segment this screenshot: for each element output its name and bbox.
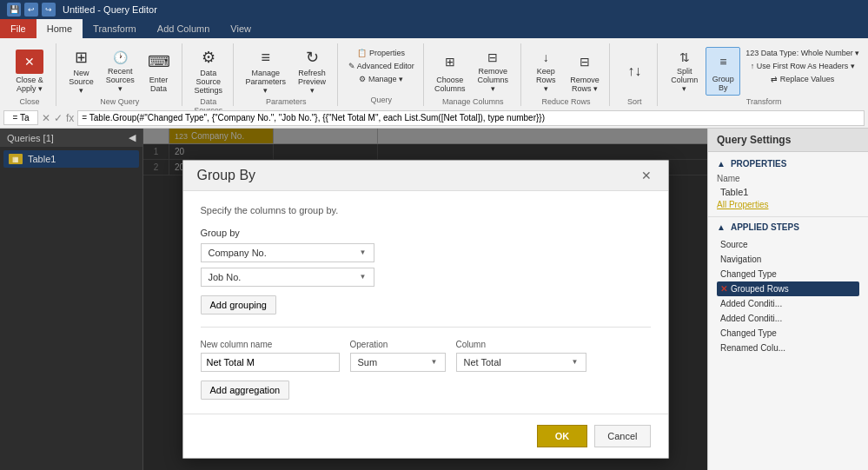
- properties-button[interactable]: 📋 Properties: [345, 47, 418, 59]
- new-source-label: NewSource ▾: [69, 69, 94, 95]
- column-dropdown[interactable]: Net Total ▼: [456, 353, 586, 372]
- group-by-icon: ≡: [711, 50, 735, 73]
- add-grouping-button[interactable]: Add grouping: [201, 295, 276, 314]
- cancel-button[interactable]: Cancel: [594, 425, 650, 447]
- modal-title-bar: Group By ✕: [183, 161, 668, 191]
- step-renamed-columns[interactable]: Renamed Colu...: [717, 341, 859, 355]
- step-changed-type-label: Changed Type: [720, 269, 777, 279]
- add-aggregation-button[interactable]: Add aggregation: [201, 381, 290, 400]
- all-properties-link[interactable]: All Properties: [717, 200, 768, 209]
- new-column-name-input[interactable]: [201, 353, 340, 372]
- use-first-row-button[interactable]: ↑ Use First Row As Headers ▾: [742, 60, 863, 72]
- step-changed-type-2-label: Changed Type: [720, 328, 777, 338]
- formula-check-icon[interactable]: ✕: [42, 112, 50, 124]
- manage-columns-label: Manage Columns: [442, 96, 504, 106]
- undo-icon[interactable]: ↩: [24, 3, 38, 17]
- tab-file[interactable]: File: [0, 19, 36, 38]
- close-apply-button[interactable]: ✕ Close & Apply ▾: [9, 47, 50, 96]
- app-title: Untitled - Query Editor: [63, 4, 157, 15]
- query-item-table1[interactable]: ▦ Table1: [3, 150, 139, 168]
- refresh-preview-label: RefreshPreview ▾: [297, 69, 326, 95]
- query-buttons: 📋 Properties ✎ Advanced Editor ⚙ Manage …: [345, 45, 418, 94]
- remove-columns-button[interactable]: ⊟ RemoveColumns ▾: [471, 47, 515, 96]
- replace-values-button[interactable]: ⇄ Replace Values: [742, 73, 863, 85]
- new-column-name-field: New column name: [201, 340, 340, 372]
- operation-dropdown[interactable]: Sum ▼: [350, 353, 446, 372]
- modal-divider: [201, 327, 651, 328]
- ribbon-tabs: File Home Transform Add Column View: [0, 19, 868, 38]
- group-by-label: GroupBy: [712, 75, 734, 92]
- properties-section-title: ▲ PROPERTIES: [717, 159, 859, 169]
- split-column-button[interactable]: ⇅ SplitColumn ▾: [665, 47, 704, 96]
- enter-data-button[interactable]: ⌨ EnterData: [142, 47, 176, 96]
- name-field-label: Name: [717, 174, 859, 183]
- step-changed-type-2[interactable]: Changed Type: [717, 326, 859, 341]
- remove-rows-button[interactable]: ⊟ RemoveRows ▾: [566, 47, 604, 96]
- keep-rows-label: KeepRows ▾: [533, 67, 559, 93]
- data-type-button[interactable]: 123 Data Type: Whole Number ▾: [742, 47, 863, 59]
- keep-rows-button[interactable]: ↓ KeepRows ▾: [528, 47, 564, 96]
- ribbon-group-reduce-rows: ↓ KeepRows ▾ ⊟ RemoveRows ▾ Reduce Rows: [523, 43, 611, 106]
- replace-values-label: ⇄ Replace Values: [771, 75, 834, 83]
- group-by-button[interactable]: ≡ GroupBy: [706, 47, 740, 96]
- query-table-icon: ▦: [9, 154, 23, 164]
- step-changed-type[interactable]: Changed Type: [717, 267, 859, 281]
- sort-asc-icon: ↑↓: [622, 59, 646, 83]
- tab-transform[interactable]: Transform: [83, 19, 147, 38]
- modal-subtitle: Specify the columns to group by.: [201, 205, 651, 215]
- formula-input[interactable]: [77, 110, 865, 126]
- query-settings-header: Query Settings: [708, 129, 868, 152]
- tab-home[interactable]: Home: [36, 19, 83, 38]
- step-added-conditional-2[interactable]: Added Conditi...: [717, 311, 859, 326]
- query-settings-panel: Query Settings ▲ PROPERTIES Name Table1 …: [707, 129, 868, 470]
- data-grid: 123 Company No. 1 20 2 20 Group By ✕: [143, 129, 707, 470]
- manage-parameters-button[interactable]: ≡ ManageParameters ▾: [241, 47, 290, 96]
- step-source[interactable]: Source: [717, 237, 859, 252]
- group-by-dropdown-1[interactable]: Company No. ▼: [201, 243, 374, 262]
- close-apply-label: Close & Apply ▾: [16, 76, 43, 93]
- new-query-buttons: ⊞ NewSource ▾ 🕐 RecentSources ▾ ⌨ EnterD…: [63, 45, 176, 96]
- manage-label: ⚙ Manage ▾: [359, 75, 403, 83]
- group-by-dropdown-2[interactable]: Job No. ▼: [201, 268, 374, 287]
- recent-sources-button[interactable]: 🕐 RecentSources ▾: [101, 47, 140, 96]
- queries-collapse-icon[interactable]: ◀: [129, 132, 136, 143]
- formula-fx-icon[interactable]: fx: [66, 112, 74, 124]
- data-source-settings-label: Data SourceSettings: [195, 69, 223, 95]
- new-source-button[interactable]: ⊞ NewSource ▾: [63, 47, 99, 96]
- operation-value: Sum: [358, 357, 378, 367]
- modal-close-button[interactable]: ✕: [639, 168, 654, 183]
- title-bar: 💾 ↩ ↪ Untitled - Query Editor: [0, 0, 868, 19]
- modal-body: Specify the columns to group by. Group b…: [183, 191, 668, 414]
- step-navigation[interactable]: Navigation: [717, 252, 859, 267]
- enter-data-icon: ⌨: [147, 50, 171, 74]
- step-added-conditional-1[interactable]: Added Conditi...: [717, 296, 859, 311]
- ok-button[interactable]: OK: [537, 425, 588, 447]
- modal-overlay: Group By ✕ Specify the columns to group …: [143, 129, 707, 470]
- advanced-editor-button[interactable]: ✎ Advanced Editor: [345, 60, 418, 72]
- choose-columns-button[interactable]: ⊞ ChooseColumns: [431, 47, 469, 96]
- applied-steps-section: ▲ APPLIED STEPS Source Navigation Change…: [708, 217, 868, 361]
- dropdown-2-chevron-icon: ▼: [360, 273, 367, 281]
- formula-bar: = Ta ✕ ✓ fx: [0, 108, 868, 129]
- formula-confirm-icon[interactable]: ✓: [54, 112, 63, 124]
- redo-icon[interactable]: ↪: [42, 3, 56, 17]
- manage-columns-buttons: ⊞ ChooseColumns ⊟ RemoveColumns ▾: [431, 45, 515, 96]
- reduce-rows-label: Reduce Rows: [541, 96, 590, 106]
- refresh-preview-button[interactable]: ↻ RefreshPreview ▾: [292, 47, 331, 96]
- tab-view[interactable]: View: [220, 19, 262, 38]
- transform-small-group: 123 Data Type: Whole Number ▾ ↑ Use Firs…: [742, 47, 863, 85]
- query-group-label: Query: [370, 94, 392, 104]
- ribbon-group-query: 📋 Properties ✎ Advanced Editor ⚙ Manage …: [340, 43, 424, 106]
- queries-list: ▦ Table1: [0, 147, 142, 470]
- new-column-section: New column name Operation Sum ▼ Column: [201, 340, 651, 372]
- save-icon[interactable]: 💾: [7, 3, 21, 17]
- data-source-settings-button[interactable]: ⚙ Data SourceSettings: [189, 47, 229, 96]
- main-area: Queries [1] ◀ ▦ Table1 123 Company No. 1…: [0, 129, 868, 470]
- sort-buttons: ↑↓: [617, 45, 652, 96]
- step-grouped-rows[interactable]: ✕ Grouped Rows: [717, 281, 859, 296]
- manage-button[interactable]: ⚙ Manage ▾: [345, 73, 418, 85]
- close-icon: ✕: [16, 50, 43, 74]
- tab-add-column[interactable]: Add Column: [147, 19, 221, 38]
- new-source-icon: ⊞: [69, 48, 93, 67]
- sort-asc-button[interactable]: ↑↓: [617, 47, 652, 96]
